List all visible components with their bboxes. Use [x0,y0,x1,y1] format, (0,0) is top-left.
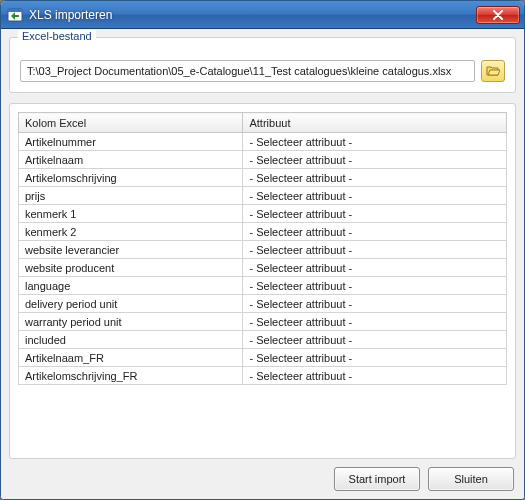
dialog-window: XLS importeren Excel-bestand [0,0,525,500]
cell-excel-column: language [19,277,243,295]
table-row[interactable]: language- Selecteer attribuut - [19,277,507,295]
cell-attribute-select[interactable]: - Selecteer attribuut - [243,151,507,169]
table-row[interactable]: website producent- Selecteer attribuut - [19,259,507,277]
cell-attribute-select[interactable]: - Selecteer attribuut - [243,241,507,259]
browse-button[interactable] [481,60,505,82]
table-row[interactable]: Artikelomschrijving- Selecteer attribuut… [19,169,507,187]
cell-excel-column: delivery period unit [19,295,243,313]
file-row [20,60,505,82]
table-row[interactable]: kenmerk 2- Selecteer attribuut - [19,223,507,241]
mapping-panel: Kolom Excel Attribuut Artikelnummer- Sel… [9,103,516,459]
cell-attribute-select[interactable]: - Selecteer attribuut - [243,367,507,385]
table-row[interactable]: Artikelnummer- Selecteer attribuut - [19,133,507,151]
folder-open-icon [486,65,500,77]
cell-excel-column: Artikelnaam_FR [19,349,243,367]
table-row[interactable]: warranty period unit- Selecteer attribuu… [19,313,507,331]
table-row[interactable]: Artikelnaam- Selecteer attribuut - [19,151,507,169]
cell-excel-column: website producent [19,259,243,277]
start-import-button[interactable]: Start import [334,467,420,491]
cell-excel-column: Artikelnaam [19,151,243,169]
cell-attribute-select[interactable]: - Selecteer attribuut - [243,133,507,151]
file-groupbox: Excel-bestand [9,37,516,93]
window-title: XLS importeren [29,8,476,22]
file-group-legend: Excel-bestand [18,30,96,42]
file-path-input[interactable] [20,60,475,82]
button-row: Start import Sluiten [9,459,516,493]
cell-attribute-select[interactable]: - Selecteer attribuut - [243,223,507,241]
table-row[interactable]: Artikelomschrijving_FR- Selecteer attrib… [19,367,507,385]
close-button[interactable] [476,6,520,24]
cell-attribute-select[interactable]: - Selecteer attribuut - [243,169,507,187]
close-dialog-button[interactable]: Sluiten [428,467,514,491]
app-icon [7,7,23,23]
cell-excel-column: Artikelomschrijving_FR [19,367,243,385]
table-row[interactable]: prijs- Selecteer attribuut - [19,187,507,205]
cell-excel-column: kenmerk 2 [19,223,243,241]
client-area: Excel-bestand Kolom Excel Attribuut [1,29,524,499]
cell-excel-column: included [19,331,243,349]
cell-excel-column: Artikelomschrijving [19,169,243,187]
cell-excel-column: website leverancier [19,241,243,259]
col-header-excel[interactable]: Kolom Excel [19,113,243,133]
col-header-attribute[interactable]: Attribuut [243,113,507,133]
cell-attribute-select[interactable]: - Selecteer attribuut - [243,295,507,313]
table-row[interactable]: Artikelnaam_FR- Selecteer attribuut - [19,349,507,367]
titlebar[interactable]: XLS importeren [1,1,524,29]
cell-attribute-select[interactable]: - Selecteer attribuut - [243,313,507,331]
table-row[interactable]: delivery period unit- Selecteer attribuu… [19,295,507,313]
cell-attribute-select[interactable]: - Selecteer attribuut - [243,277,507,295]
table-row[interactable]: website leverancier- Selecteer attribuut… [19,241,507,259]
cell-attribute-select[interactable]: - Selecteer attribuut - [243,331,507,349]
table-row[interactable]: kenmerk 1- Selecteer attribuut - [19,205,507,223]
table-header-row: Kolom Excel Attribuut [19,113,507,133]
cell-attribute-select[interactable]: - Selecteer attribuut - [243,205,507,223]
cell-excel-column: warranty period unit [19,313,243,331]
cell-excel-column: kenmerk 1 [19,205,243,223]
cell-attribute-select[interactable]: - Selecteer attribuut - [243,349,507,367]
cell-attribute-select[interactable]: - Selecteer attribuut - [243,259,507,277]
svg-rect-1 [8,9,22,12]
table-row[interactable]: included- Selecteer attribuut - [19,331,507,349]
cell-excel-column: Artikelnummer [19,133,243,151]
close-icon [493,10,503,20]
cell-excel-column: prijs [19,187,243,205]
cell-attribute-select[interactable]: - Selecteer attribuut - [243,187,507,205]
mapping-table: Kolom Excel Attribuut Artikelnummer- Sel… [18,112,507,385]
